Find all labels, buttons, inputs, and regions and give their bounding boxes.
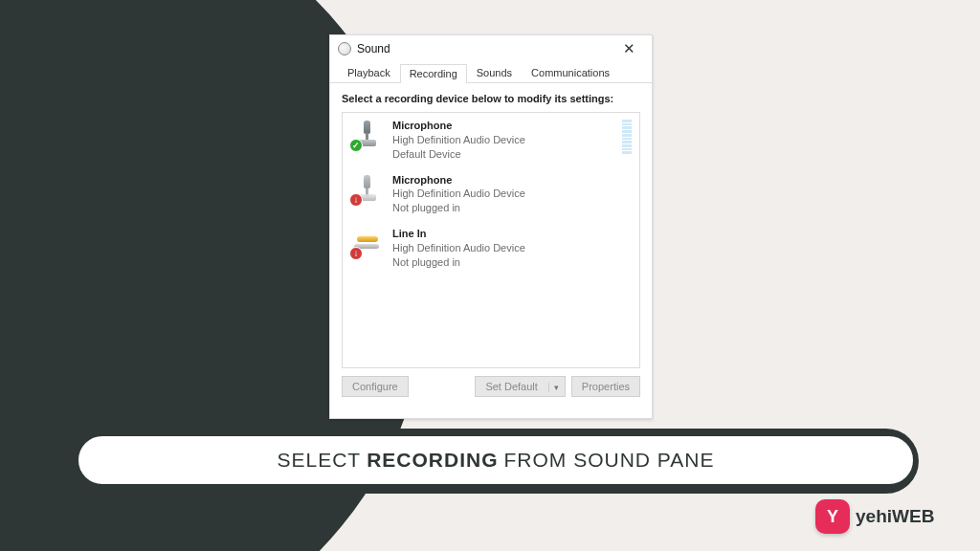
titlebar: Sound ✕: [330, 35, 652, 62]
tab-sounds[interactable]: Sounds: [467, 63, 522, 82]
close-button[interactable]: ✕: [612, 35, 646, 62]
linein-icon: [350, 227, 383, 259]
tab-content: Select a recording device below to modif…: [330, 83, 652, 405]
list-item[interactable]: Microphone High Definition Audio Device …: [343, 113, 639, 167]
device-status: Not plugged in: [392, 255, 632, 270]
brand-logo: Y yehiWEB: [815, 499, 934, 534]
button-row: Configure Set Default ▾ Properties: [342, 376, 640, 397]
unplugged-badge-icon: [349, 193, 363, 207]
device-name: Line In: [392, 227, 632, 241]
device-driver: High Definition Audio Device: [392, 187, 632, 201]
caption-text: SELECT RECORDING FROM SOUND PANE: [77, 434, 915, 486]
device-name: Microphone: [392, 173, 632, 187]
level-meter-icon: [622, 120, 632, 154]
device-driver: High Definition Audio Device: [392, 133, 612, 147]
tab-playback[interactable]: Playback: [338, 63, 400, 82]
caption-prefix: SELECT: [277, 449, 361, 472]
logo-wordmark: yehiWEB: [856, 506, 934, 527]
set-default-label: Set Default: [485, 381, 537, 392]
device-status: Not plugged in: [392, 201, 632, 215]
caption-bold: RECORDING: [367, 449, 498, 472]
window-title: Sound: [357, 42, 390, 55]
caption: SELECT RECORDING FROM SOUND PANE: [59, 429, 919, 494]
microphone-icon: [350, 173, 383, 206]
microphone-icon: [350, 119, 383, 151]
properties-button[interactable]: Properties: [571, 376, 640, 397]
tab-communications[interactable]: Communications: [522, 63, 619, 82]
list-item[interactable]: Line In High Definition Audio Device Not…: [343, 221, 639, 276]
chevron-down-icon: ▾: [548, 383, 559, 392]
tabstrip: Playback Recording Sounds Communications: [330, 62, 652, 83]
sound-icon: [338, 42, 351, 55]
caption-suffix: FROM SOUND PANE: [504, 449, 715, 472]
close-icon: ✕: [623, 40, 635, 57]
device-name: Microphone: [392, 119, 612, 133]
device-text: Line In High Definition Audio Device Not…: [392, 227, 632, 270]
list-item[interactable]: Microphone High Definition Audio Device …: [343, 167, 639, 222]
device-text: Microphone High Definition Audio Device …: [392, 173, 632, 216]
instruction-text: Select a recording device below to modif…: [342, 93, 640, 104]
unplugged-badge-icon: [349, 247, 363, 260]
sound-window: Sound ✕ Playback Recording Sounds Commun…: [329, 34, 653, 419]
tab-recording[interactable]: Recording: [400, 64, 467, 83]
set-default-button[interactable]: Set Default ▾: [475, 376, 565, 397]
configure-button[interactable]: Configure: [342, 376, 409, 397]
device-status: Default Device: [392, 147, 612, 162]
logo-mark: Y: [815, 499, 850, 534]
device-text: Microphone High Definition Audio Device …: [392, 119, 612, 162]
device-driver: High Definition Audio Device: [392, 241, 632, 255]
check-badge-icon: [349, 139, 363, 152]
device-list: Microphone High Definition Audio Device …: [342, 112, 640, 368]
